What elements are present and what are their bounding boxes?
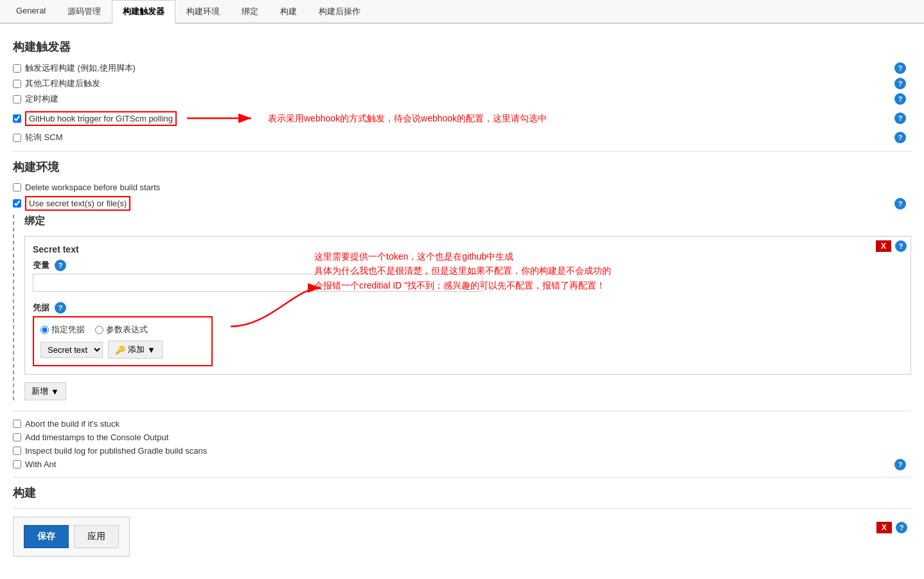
tab-source[interactable]: 源码管理: [57, 0, 112, 22]
binding-wrapper: 绑定 X ? Secret text 变量 ? 凭据: [13, 215, 911, 400]
apply-button[interactable]: 应用: [74, 525, 119, 548]
trigger-checkbox-4[interactable]: [13, 114, 21, 123]
build-env-checkbox-3[interactable]: [13, 420, 21, 428]
trigger-item-1: 触发远程构建 (例如,使用脚本) ?: [13, 62, 911, 74]
build-env-checkbox-6[interactable]: [13, 460, 21, 468]
trigger-label-4[interactable]: GitHub hook trigger for GITScm polling: [29, 114, 173, 123]
build-env-label-5[interactable]: Inspect build log for published Gradle b…: [25, 446, 207, 456]
radio-param[interactable]: [95, 326, 103, 334]
build-env-checkbox-5[interactable]: [13, 447, 21, 455]
trigger-checkbox-3[interactable]: [13, 95, 21, 103]
help-icon-2[interactable]: ?: [894, 78, 906, 89]
credentials-label: 凭据 ?: [33, 302, 903, 314]
radio-specific-label[interactable]: 指定凭据: [40, 324, 85, 335]
annotation-arrow-1: [187, 109, 264, 128]
delete-secret-button[interactable]: X: [876, 240, 891, 252]
new-binding-button[interactable]: 新增 ▼: [24, 382, 66, 400]
trigger-label-2[interactable]: 其他工程构建后触发: [25, 78, 100, 89]
secret-text-checkbox-box: Use secret text(s) or file(s): [25, 196, 130, 211]
build-env-checkbox-4[interactable]: [13, 433, 21, 441]
help-icon-4[interactable]: ?: [894, 112, 906, 124]
credentials-help-icon[interactable]: ?: [55, 302, 66, 314]
tab-general[interactable]: General: [5, 0, 57, 22]
help-icon-5[interactable]: ?: [894, 132, 906, 143]
build-section-title: 构建: [13, 485, 911, 501]
tab-build[interactable]: 构建: [269, 0, 308, 22]
help-icon-1[interactable]: ?: [894, 62, 906, 74]
help-icon-build[interactable]: ?: [896, 522, 907, 533]
delete-build-button[interactable]: X: [876, 522, 892, 533]
key-icon: 🔑: [115, 345, 125, 355]
build-env-item-5: Inspect build log for published Gradle b…: [13, 446, 911, 456]
tab-build-env[interactable]: 构建环境: [175, 0, 231, 22]
trigger-label-1[interactable]: 触发远程构建 (例如,使用脚本): [25, 62, 136, 74]
radio-row: 指定凭据 参数表达式: [40, 324, 205, 335]
help-icon-be2[interactable]: ?: [894, 198, 906, 209]
radio-param-label[interactable]: 参数表达式: [95, 324, 148, 335]
binding-annotation-text: 这里需要提供一个token，这个也是在github中生成 具体为什么我也不是很清…: [314, 249, 611, 292]
github-trigger-label-box: GitHub hook trigger for GITScm polling: [25, 111, 177, 126]
trigger-label-3[interactable]: 定时构建: [25, 93, 58, 105]
trigger-checkbox-1[interactable]: [13, 64, 21, 73]
build-env-checkbox-2[interactable]: [13, 199, 21, 208]
tab-post-build[interactable]: 构建后操作: [308, 0, 371, 22]
build-env-item-2: Use secret text(s) or file(s) ?: [13, 196, 911, 211]
help-icon-be6[interactable]: ?: [894, 459, 906, 470]
select-row: Secret text 🔑 添加 ▼: [40, 341, 205, 359]
build-env-item-3: Abort the build if it's stuck: [13, 419, 911, 429]
trigger-item-3: 定时构建 ?: [13, 93, 911, 105]
radio-specific[interactable]: [40, 326, 49, 334]
build-env-label-4[interactable]: Add timestamps to the Console Output: [25, 432, 168, 442]
tab-bar: General 源码管理 构建触发器 构建环境 绑定 构建 构建后操作: [0, 0, 924, 24]
trigger-item-2: 其他工程构建后触发 ?: [13, 78, 911, 89]
build-env-item-1: Delete workspace before build starts: [13, 183, 911, 192]
binding-title: 绑定: [24, 215, 911, 228]
build-env-checkbox-1[interactable]: [13, 183, 21, 192]
tab-bind[interactable]: 绑定: [231, 0, 269, 22]
new-dropdown-arrow: ▼: [51, 387, 59, 396]
footer-buttons-area: 保存 应用 X ?: [13, 517, 911, 557]
credentials-box: 指定凭据 参数表达式 Secret text: [33, 316, 213, 366]
trigger-label-5[interactable]: 轮询 SCM: [25, 132, 63, 143]
trigger-annotation-text: 表示采用webhook的方式触发，待会说webhook的配置，这里请勾选中: [268, 111, 547, 125]
save-apply-container: 保存 应用: [13, 517, 130, 557]
secret-card: X ? Secret text 变量 ? 凭据 ?: [24, 236, 911, 375]
trigger-item-5: 轮询 SCM ?: [13, 132, 911, 143]
save-button[interactable]: 保存: [24, 525, 69, 548]
build-env-label-3[interactable]: Abort the build if it's stuck: [25, 419, 120, 429]
help-icon-secret[interactable]: ?: [895, 240, 907, 252]
tab-trigger[interactable]: 构建触发器: [112, 0, 175, 24]
build-env-label-1[interactable]: Delete workspace before build starts: [25, 183, 160, 192]
variable-help-icon[interactable]: ?: [55, 260, 66, 271]
build-env-label-2[interactable]: Use secret text(s) or file(s): [29, 199, 127, 208]
help-icon-3[interactable]: ?: [894, 93, 906, 105]
build-env-item-4: Add timestamps to the Console Output: [13, 432, 911, 442]
build-env-title: 构建环境: [13, 159, 911, 175]
trigger-checkbox-5[interactable]: [13, 134, 21, 142]
credential-select[interactable]: Secret text: [40, 342, 103, 358]
build-env-label-6[interactable]: With Ant: [25, 459, 56, 469]
add-dropdown-arrow: ▼: [147, 345, 155, 355]
trigger-item-4: GitHub hook trigger for GITScm polling 表…: [13, 109, 911, 128]
build-env-item-6: With Ant ?: [13, 459, 911, 469]
trigger-checkbox-2[interactable]: [13, 80, 21, 88]
trigger-section-title: 构建触发器: [13, 39, 911, 55]
add-credential-button[interactable]: 🔑 添加 ▼: [108, 341, 163, 359]
